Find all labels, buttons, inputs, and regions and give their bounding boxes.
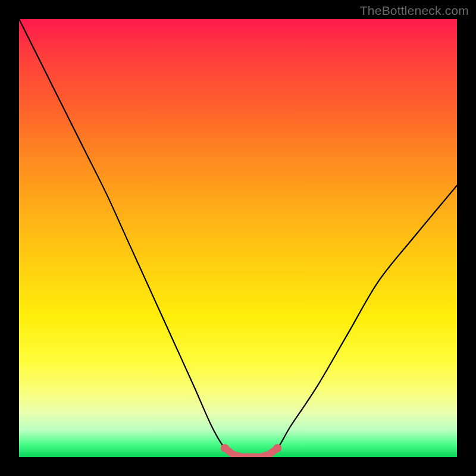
highlight-markers-group: [221, 444, 281, 457]
plot-area: [19, 19, 457, 457]
highlight-zone-end-dot: [221, 444, 229, 452]
chart-frame: TheBottleneck.com: [0, 0, 476, 476]
bottleneck-curve-path: [19, 19, 457, 457]
highlight-zone-path: [225, 448, 277, 457]
watermark-text: TheBottleneck.com: [360, 4, 469, 18]
highlight-zone-end-dot: [273, 444, 281, 452]
curve-layer: [19, 19, 457, 457]
